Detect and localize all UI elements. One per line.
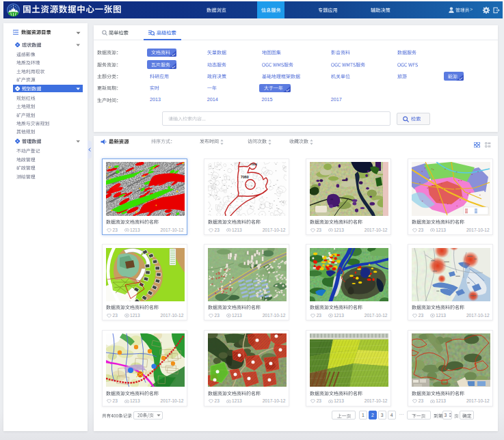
svg-text:7004: 7004: [250, 163, 257, 167]
svg-text:7060: 7060: [241, 175, 249, 179]
